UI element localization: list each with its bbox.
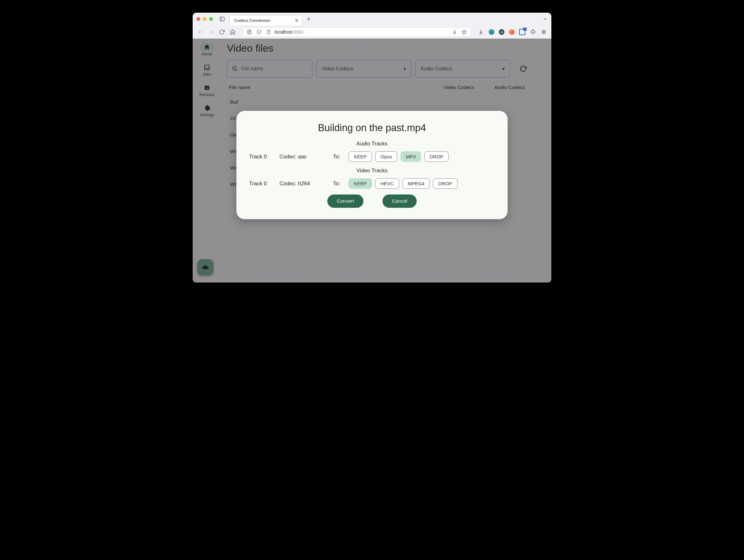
tabs-overflow-icon[interactable] bbox=[543, 16, 548, 22]
app-menu-icon[interactable] bbox=[541, 29, 547, 35]
pill-opus[interactable]: Opus bbox=[375, 151, 397, 162]
track-codec: Codec: h264 bbox=[280, 181, 321, 187]
pill-keep[interactable]: KEEP bbox=[348, 151, 372, 162]
home-icon[interactable] bbox=[229, 29, 236, 35]
extension-badge: 1 bbox=[523, 28, 527, 31]
pill-keep[interactable]: KEEP bbox=[348, 178, 372, 189]
pill-drop[interactable]: DROP bbox=[424, 151, 449, 162]
browser-toolbar: localhost:8080 uo 1 bbox=[193, 25, 551, 39]
extension-3-icon[interactable] bbox=[509, 29, 515, 35]
window-zoom[interactable] bbox=[209, 17, 213, 21]
extensions-puzzle-icon[interactable] bbox=[530, 29, 536, 35]
browser-window: Codecs Conversion ✕ + bbox=[193, 13, 551, 283]
window-controls bbox=[196, 17, 213, 21]
to-label: To: bbox=[329, 181, 340, 187]
video-track-row: Track 0 Codec: h264 To: KEEP HEVC MPEG4 … bbox=[249, 178, 495, 189]
site-info-icon[interactable] bbox=[265, 29, 271, 35]
reader-mode-icon[interactable] bbox=[246, 29, 253, 35]
svg-rect-0 bbox=[220, 17, 224, 21]
extension-2-icon[interactable]: uo bbox=[499, 29, 505, 35]
url-bar[interactable]: localhost:8080 bbox=[243, 27, 471, 37]
conversion-dialog: Building on the past.mp4 Audio Tracks Tr… bbox=[236, 111, 508, 219]
pill-hevc[interactable]: HEVC bbox=[375, 178, 399, 189]
dialog-title: Building on the past.mp4 bbox=[249, 122, 495, 134]
downloads-icon[interactable] bbox=[478, 29, 484, 35]
video-pills: KEEP HEVC MPEG4 DROP bbox=[348, 178, 457, 189]
save-page-icon[interactable] bbox=[451, 29, 458, 35]
extension-1-icon[interactable] bbox=[489, 29, 494, 35]
window-minimize[interactable] bbox=[203, 17, 207, 21]
reload-icon[interactable] bbox=[219, 29, 225, 35]
nav-forward-icon[interactable] bbox=[208, 29, 214, 35]
new-tab-button[interactable]: + bbox=[307, 15, 310, 23]
dialog-actions: Convert Cancel bbox=[249, 195, 495, 208]
tab-title: Codecs Conversion bbox=[234, 18, 270, 23]
cancel-button[interactable]: Cancel bbox=[382, 195, 417, 208]
browser-tabstrip: Codecs Conversion ✕ + bbox=[193, 13, 551, 25]
track-name: Track 0 bbox=[249, 154, 271, 160]
tab-close-icon[interactable]: ✕ bbox=[295, 18, 299, 24]
pill-mpeg4[interactable]: MPEG4 bbox=[402, 178, 430, 189]
video-section-label: Video Tracks bbox=[249, 167, 495, 174]
browser-tab[interactable]: Codecs Conversion ✕ bbox=[229, 15, 302, 25]
pill-mp3[interactable]: MP3 bbox=[401, 151, 421, 162]
track-codec: Codec: aac bbox=[280, 154, 321, 160]
sidebar-toggle-icon[interactable] bbox=[219, 16, 225, 22]
window-close[interactable] bbox=[196, 17, 200, 21]
svg-marker-8 bbox=[462, 30, 466, 34]
convert-button[interactable]: Convert bbox=[327, 195, 364, 208]
pill-drop[interactable]: DROP bbox=[433, 178, 457, 189]
nav-back-icon[interactable] bbox=[197, 29, 203, 35]
extension-4-icon[interactable]: 1 bbox=[519, 29, 525, 35]
audio-section-label: Audio Tracks bbox=[249, 141, 495, 147]
to-label: To: bbox=[329, 154, 340, 160]
audio-track-row: Track 0 Codec: aac To: KEEP Opus MP3 DRO… bbox=[249, 151, 495, 162]
track-name: Track 0 bbox=[249, 181, 271, 187]
bookmark-star-icon[interactable] bbox=[461, 29, 468, 35]
audio-pills: KEEP Opus MP3 DROP bbox=[348, 151, 449, 162]
url-text: localhost:8080 bbox=[275, 30, 303, 35]
shield-icon[interactable] bbox=[256, 29, 262, 35]
